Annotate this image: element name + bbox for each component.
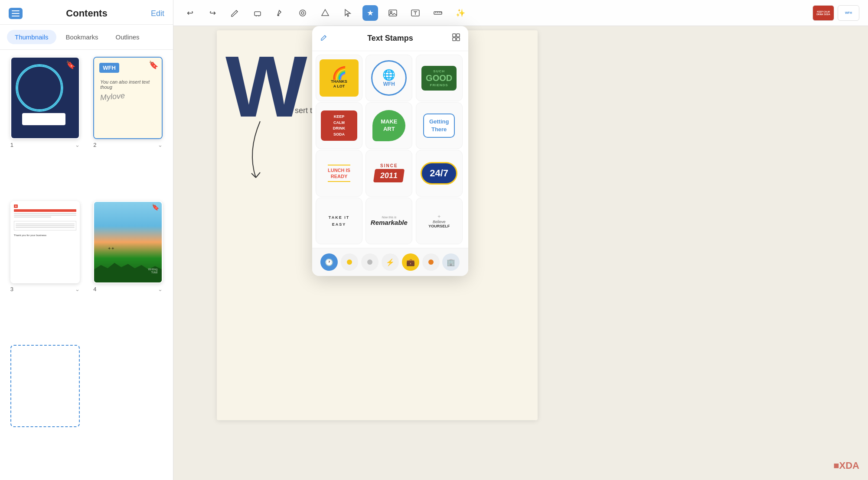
stamp-filter-building[interactable]: 🏢	[442, 253, 460, 271]
thumbnail-meta-1: 1 ⌄	[10, 142, 80, 148]
image-button[interactable]	[385, 5, 401, 21]
stamp-preview-2[interactable]: WFH	[838, 5, 859, 21]
thumbnail-card-2[interactable]: WFH 🔖 You can also insert text thoug Myl…	[93, 57, 163, 139]
thumbnails-grid: 🔖 1 ⌄ WFH 🔖 You can also insert text tho…	[0, 50, 173, 480]
thumbnail-card-4[interactable]: ✦✦ WritingTotal 🔖	[93, 201, 163, 283]
stamp-wfh[interactable]: 🌐 WFH	[365, 55, 412, 101]
believe-text: Believe	[428, 220, 450, 224]
sidebar-header: Contents Edit	[0, 0, 173, 25]
eraser-button[interactable]	[250, 5, 265, 21]
thumbnail-item-4: ✦✦ WritingTotal 🔖 4 ⌄	[90, 201, 166, 338]
svg-point-4	[300, 10, 306, 16]
svg-rect-12	[453, 38, 456, 41]
thumbnail-item-3: A Thank you for your business 3 ⌄	[7, 201, 83, 338]
lunch-bottom-line	[328, 181, 350, 182]
stamps-grid: 🌈 THANKSA LOT 🌐 WFH SUCH GOOD FRIENDS	[312, 51, 468, 248]
shapes-button[interactable]	[317, 5, 333, 21]
bookmark-icon-1: 🔖	[66, 60, 75, 70]
sidebar-menu-icon[interactable]	[9, 8, 23, 19]
take-it-easy-visual: TAKE ITEASY	[329, 214, 349, 228]
such-text: SUCH	[426, 69, 452, 73]
thumbnail-meta-3: 3 ⌄	[10, 286, 80, 292]
stamp-believe-yourself[interactable]: + Believe YOURSELF	[416, 198, 463, 244]
select-button[interactable]	[340, 5, 356, 21]
lunch-top-line	[328, 165, 350, 165]
247-text: 24/7	[430, 168, 448, 179]
stamp-keep-calm[interactable]: KEEPCALMDRINKSODA	[316, 102, 362, 149]
stamp-remarkable[interactable]: Now this is Remarkable	[365, 198, 412, 244]
sidebar-tabs: Thumbnails Bookmarks Outlines	[0, 25, 173, 50]
247-visual: 24/7	[421, 162, 457, 185]
thumbnail-card-3[interactable]: A Thank you for your business	[10, 201, 80, 283]
highlighter-button[interactable]	[272, 5, 288, 21]
lunch-text: LUNCH ISREADY	[328, 167, 350, 180]
redo-button[interactable]: ↪	[205, 5, 220, 21]
adobe-logo: A	[14, 204, 18, 208]
believe-visual: + Believe YOURSELF	[428, 214, 450, 228]
thumb-chevron-3: ⌄	[75, 286, 80, 292]
thanks-text: THANKSA LOT	[331, 79, 347, 89]
thumb-number-1: 1	[10, 142, 13, 148]
ruler-button[interactable]	[430, 5, 446, 21]
tab-bookmarks[interactable]: Bookmarks	[58, 30, 106, 44]
keep-calm-visual: KEEPCALMDRINKSODA	[321, 110, 357, 141]
thumbnail-item-2: WFH 🔖 You can also insert text thoug Myl…	[90, 57, 166, 194]
stamp-take-it-easy[interactable]: TAKE ITEASY	[316, 198, 362, 244]
stamp-preview-1[interactable]: KEEP CALM DRINK SODA	[813, 5, 834, 21]
svg-point-14	[347, 259, 352, 265]
believe-plus-icon: +	[428, 214, 450, 220]
stamp-such-good-friends[interactable]: SUCH GOOD FRIENDS	[416, 55, 463, 101]
sidebar-title: Contents	[66, 8, 107, 19]
friends-text: FRIENDS	[426, 83, 452, 87]
stamp-filter-gray[interactable]	[361, 253, 379, 271]
stamp-filter-recent[interactable]: 🕐	[320, 253, 338, 271]
good-text: GOOD	[426, 73, 452, 83]
svg-rect-0	[12, 10, 20, 11]
undo-button[interactable]: ↩	[182, 5, 198, 21]
content-line-1	[14, 213, 76, 214]
table-line-2	[16, 225, 75, 226]
lunch-visual: LUNCH ISREADY	[326, 163, 352, 184]
stamp-getting-there[interactable]: GettingThere	[416, 102, 463, 149]
stamp-filter-briefcase[interactable]: 💼	[402, 253, 419, 271]
stamp-since-2011[interactable]: SINCE 2011	[365, 150, 412, 197]
stamp-filter-yellow[interactable]	[341, 253, 358, 271]
stamps-layout-icon[interactable]	[452, 33, 460, 44]
tab-thumbnails[interactable]: Thumbnails	[7, 30, 56, 44]
stamp-make-art[interactable]: MAKEART	[365, 102, 412, 149]
svg-rect-10	[453, 34, 456, 37]
wfh-stamp-visual: 🌐 WFH	[371, 60, 407, 96]
thanks-rainbow-icon: 🌈	[331, 67, 347, 79]
table-line-3	[16, 227, 75, 228]
sidebar-edit-button[interactable]: Edit	[151, 9, 164, 18]
stamp-lunch-is-ready[interactable]: LUNCH ISREADY	[316, 150, 362, 197]
getting-there-text: GettingThere	[429, 118, 449, 133]
lasso-button[interactable]	[295, 5, 310, 21]
sidebar: Contents Edit Thumbnails Bookmarks Outli…	[0, 0, 173, 480]
stamp-thanks-a-lot[interactable]: 🌈 THANKSA LOT	[316, 55, 362, 101]
star-button[interactable]: ★	[362, 5, 378, 21]
since-text: SINCE	[374, 163, 404, 168]
stamp-thanks-visual: 🌈 THANKSA LOT	[320, 59, 359, 97]
text-button[interactable]	[408, 5, 423, 21]
thumb-chevron-1: ⌄	[75, 142, 80, 148]
wand-button[interactable]: ✨	[453, 5, 468, 21]
stamp-filter-orange[interactable]	[422, 253, 440, 271]
stamps-header: Text Stamps	[312, 26, 468, 51]
content-line-3	[14, 217, 51, 217]
stamp-filter-lightning[interactable]: ⚡	[382, 253, 399, 271]
thumbnail-meta-4: 4 ⌄	[93, 286, 163, 292]
svg-rect-11	[457, 34, 460, 37]
toolbar: ↩ ↪	[173, 0, 868, 26]
svg-point-5	[301, 12, 304, 14]
svg-rect-2	[12, 16, 20, 16]
thumbnail-card-1[interactable]: 🔖	[10, 57, 80, 139]
stamps-edit-icon[interactable]	[320, 33, 329, 44]
getting-there-visual: GettingThere	[423, 114, 455, 138]
stamp-247[interactable]: 24/7	[416, 150, 463, 197]
pen-button[interactable]	[227, 5, 243, 21]
now-this-is-text: Now this is	[371, 216, 408, 219]
tab-outlines[interactable]: Outlines	[108, 30, 147, 44]
since-year: 2011	[380, 171, 398, 180]
thumb-number-3: 3	[10, 286, 13, 292]
